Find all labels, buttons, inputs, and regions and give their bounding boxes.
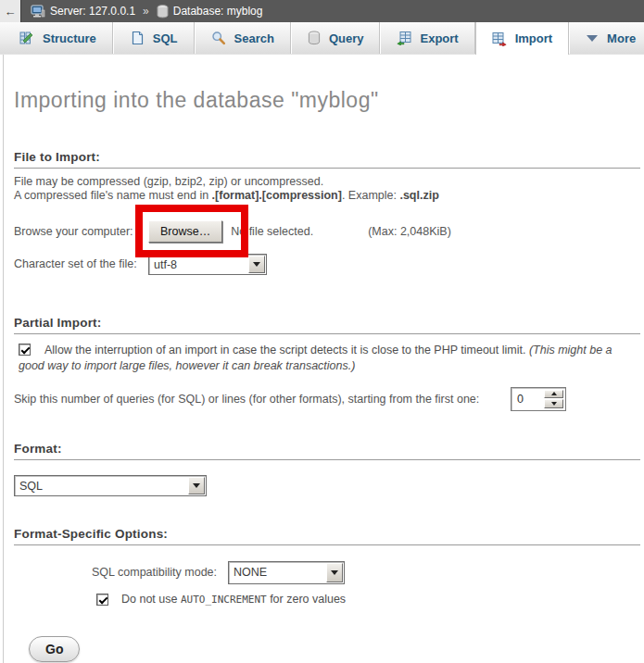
browse-label: Browse your computer: [14, 225, 148, 238]
section-heading-partial-import: Partial Import: [14, 316, 640, 334]
section-heading-format-specific: Format-Specific Options: [14, 527, 640, 545]
back-button[interactable]: ← [0, 0, 21, 22]
query-icon [308, 31, 321, 45]
max-size-note: (Max: 2,048KiB) [368, 225, 451, 238]
format-row: SQL [14, 475, 644, 496]
auto-increment-row: Do not use AUTO_INCREMENT for zero value… [14, 593, 644, 606]
tab-import-label: Import [515, 31, 552, 45]
page-title: Importing into the database "myblog" [14, 55, 644, 113]
allow-interruption-row: Allow the interruption of an import in c… [14, 343, 633, 374]
database-icon [157, 5, 169, 19]
go-button[interactable]: Go [29, 636, 80, 662]
tab-structure-label: Structure [43, 31, 96, 45]
tab-export[interactable]: Export [380, 22, 474, 54]
sql-compat-select-arrow-icon[interactable] [326, 563, 343, 582]
section-heading-format: Format: [14, 442, 640, 460]
charset-label: Character set of the file: [14, 257, 148, 270]
skip-queries-stepper [544, 390, 563, 408]
allow-interruption-checkbox[interactable] [19, 344, 31, 356]
format-select[interactable]: SQL [14, 475, 207, 496]
tab-search-label: Search [234, 31, 274, 45]
charset-select-value: utf-8 [149, 255, 247, 274]
structure-icon [19, 31, 34, 45]
breadcrumb-database[interactable]: Database: myblog [173, 5, 263, 18]
export-icon [397, 31, 411, 45]
tab-more[interactable]: More [569, 22, 644, 54]
auto-increment-checkbox[interactable] [96, 594, 108, 606]
sql-compat-select[interactable]: NONE [228, 561, 345, 584]
no-file-selected-text: No file selected. [231, 225, 320, 238]
compression-note-line1: File may be compressed (gzip, bzip2, zip… [14, 175, 644, 189]
sql-compat-label: SQL compatibility mode: [92, 566, 228, 579]
chevron-down-icon [586, 34, 599, 43]
tab-sql-label: SQL [153, 31, 178, 45]
format-select-value: SQL [15, 476, 187, 495]
skip-queries-value: 0 [511, 388, 542, 410]
tab-bar: Structure SQL Search Query Export Import [0, 22, 644, 55]
tab-query[interactable]: Query [291, 22, 381, 54]
tab-query-label: Query [329, 31, 364, 45]
file-import-notes: File may be compressed (gzip, bzip2, zip… [14, 175, 644, 203]
auto-increment-label: Do not use AUTO_INCREMENT for zero value… [121, 593, 346, 606]
breadcrumb-separator: » [143, 5, 149, 18]
sql-compat-row: SQL compatibility mode: NONE [14, 560, 644, 584]
charset-row: Character set of the file: utf-8 [14, 253, 644, 275]
search-icon [211, 31, 226, 45]
format-select-arrow-icon[interactable] [188, 477, 205, 494]
browse-button[interactable]: Browse… [148, 220, 222, 243]
stepper-down-icon[interactable] [544, 399, 563, 408]
browse-row: Browse your computer: Browse… No file se… [14, 215, 644, 248]
main-content: Importing into the database "myblog" Fil… [3, 55, 644, 663]
breadcrumb-server[interactable]: Server: 127.0.0.1 [50, 5, 135, 18]
breadcrumb: Server: 127.0.0.1 » Database: myblog [31, 4, 262, 19]
stepper-up-icon[interactable] [544, 390, 563, 399]
tab-sql[interactable]: SQL [113, 22, 195, 54]
skip-queries-row: Skip this number of queries (for SQL) or… [14, 386, 644, 411]
skip-queries-label: Skip this number of queries (for SQL) or… [14, 393, 511, 406]
compression-note-line2: A compressed file's name must end in .[f… [14, 189, 644, 203]
import-icon [492, 31, 507, 46]
charset-select[interactable]: utf-8 [148, 254, 267, 275]
allow-interruption-text: Allow the interruption of an import in c… [44, 344, 529, 357]
tab-import[interactable]: Import [475, 22, 569, 55]
tab-export-label: Export [420, 31, 458, 45]
charset-select-arrow-icon[interactable] [248, 256, 265, 273]
sql-icon [130, 31, 145, 45]
sql-compat-select-value: NONE [229, 562, 325, 583]
tab-structure[interactable]: Structure [4, 22, 113, 54]
tab-more-label: More [607, 31, 636, 45]
section-heading-file-to-import: File to Import: [14, 150, 640, 169]
server-icon [31, 4, 45, 19]
breadcrumb-bar: ← Server: 127.0.0.1 » Database: myblog [0, 0, 644, 22]
tab-search[interactable]: Search [195, 22, 291, 54]
skip-queries-input[interactable]: 0 [511, 387, 566, 411]
